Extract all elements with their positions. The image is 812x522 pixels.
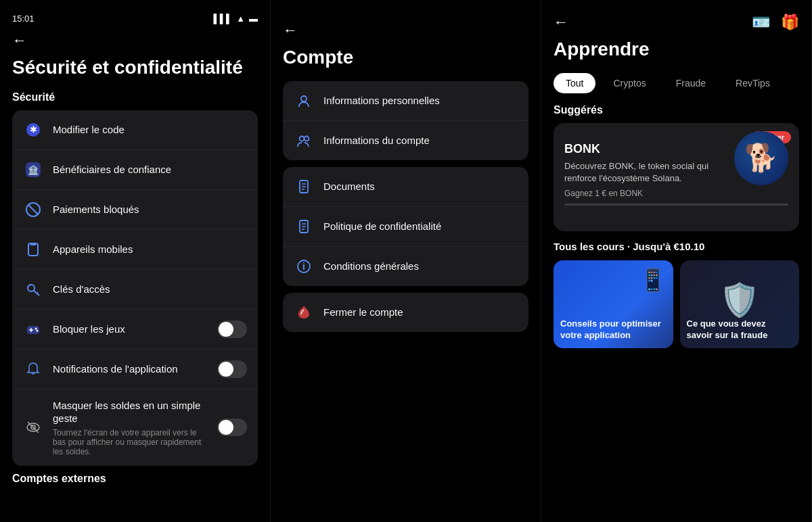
- svg-line-5: [28, 205, 38, 214]
- course1-label: Conseils pour optimiser votre applicatio…: [560, 318, 667, 341]
- notifs-label: Notifications de l'application: [53, 362, 208, 376]
- page-title-1: Sécurité et confidentialité: [12, 56, 258, 79]
- info-perso-icon: [294, 91, 314, 111]
- jeux-icon: [23, 319, 43, 339]
- fermer-icon: [294, 302, 314, 323]
- courses-row: 📱 Conseils pour optimiser votre applicat…: [554, 260, 799, 348]
- wifi-icon: ▲: [236, 14, 245, 24]
- svg-rect-7: [30, 243, 36, 245]
- security-item-notifs[interactable]: Notifications de l'application: [12, 350, 258, 389]
- security-item-modify-code[interactable]: ✱ Modifier le code: [12, 110, 258, 150]
- masquer-label: Masquer les soldes en un simple geste: [53, 399, 208, 425]
- compte-group3: Fermer le compte: [283, 293, 528, 332]
- compte-group2: Documents Politique de confidentialité i: [283, 167, 528, 286]
- compte-documents[interactable]: Documents: [283, 167, 528, 207]
- security-item-jeux[interactable]: Bloquer les jeux: [12, 310, 258, 350]
- info-perso-label: Informations personnelles: [323, 94, 518, 108]
- apprendre-panel: ← 🪪 🎁 Apprendre Tout Cryptos Fraude RevT…: [541, 0, 812, 522]
- info-compte-label: Informations du compte: [323, 134, 518, 147]
- filter-cryptos[interactable]: Cryptos: [601, 73, 658, 93]
- apprendre-header-icons: 🪪 🎁: [752, 14, 799, 31]
- filter-row: Tout Cryptos Fraude RevTips: [554, 73, 799, 93]
- beneficiaires-label: Bénéficiaires de confiance: [53, 163, 247, 176]
- security-item-appareils[interactable]: Appareils mobiles: [12, 230, 258, 270]
- svg-point-14: [35, 327, 37, 329]
- courses-heading: Tous les cours · Jusqu'à €10.10: [554, 241, 799, 252]
- appareils-icon: [23, 239, 43, 260]
- security-item-beneficiaires[interactable]: 🏦 Bénéficiaires de confiance: [12, 150, 258, 190]
- security-panel: 15:01 ▌▌▌ ▲ ▬ ← Sécurité et confidential…: [0, 0, 271, 522]
- info-compte-icon: [294, 130, 314, 151]
- cles-icon: [23, 279, 43, 300]
- back-button-1[interactable]: ←: [12, 32, 258, 49]
- compte-info-compte[interactable]: Informations du compte: [283, 121, 528, 160]
- section-security-heading: Sécurité: [12, 91, 258, 103]
- security-item-masquer[interactable]: Masquer les soldes en un simple geste To…: [12, 389, 258, 466]
- beneficiaires-icon: 🏦: [23, 160, 43, 180]
- compte-group1: Informations personnelles Informations d…: [283, 81, 528, 160]
- signal-icon: ▌▌▌: [213, 14, 232, 24]
- svg-text:i: i: [302, 261, 305, 272]
- politique-icon: [294, 216, 314, 237]
- suggest-progress: [564, 204, 788, 206]
- paiements-label: Paiements bloqués: [53, 203, 247, 216]
- filter-revtips[interactable]: RevTips: [723, 73, 782, 93]
- conditions-label: Conditions générales: [323, 260, 518, 273]
- status-icons-1: ▌▌▌ ▲ ▬: [213, 14, 258, 24]
- modify-code-label: Modifier le code: [53, 123, 247, 137]
- course-card-2[interactable]: 🛡️ Ce que vous devez savoir sur la fraud…: [680, 260, 800, 348]
- documents-icon: [294, 176, 314, 197]
- conditions-icon: i: [294, 256, 314, 277]
- suggest-earn: Gagnez 1 € en BONK: [564, 189, 788, 198]
- appareils-label: Appareils mobiles: [53, 243, 247, 256]
- security-item-cles[interactable]: Clés d'accès: [12, 270, 258, 310]
- documents-label: Documents: [323, 180, 518, 193]
- politique-label: Politique de confidentialité: [323, 220, 518, 233]
- suggested-heading: Suggérés: [554, 104, 799, 116]
- status-time-1: 15:01: [12, 14, 35, 24]
- compte-politique[interactable]: Politique de confidentialité: [283, 207, 528, 247]
- svg-point-21: [304, 136, 309, 141]
- jeux-label: Bloquer les jeux: [53, 323, 208, 336]
- svg-point-15: [37, 329, 39, 331]
- section-external-heading: Comptes externes: [12, 473, 258, 485]
- svg-text:🏦: 🏦: [28, 164, 39, 176]
- filter-fraude[interactable]: Fraude: [664, 73, 718, 93]
- battery-icon: ▬: [249, 14, 258, 24]
- page-title-3: Apprendre: [554, 38, 799, 61]
- masquer-sublabel: Tournez l'écran de votre appareil vers l…: [53, 428, 208, 456]
- bonk-avatar: 🐕: [734, 131, 788, 185]
- svg-point-8: [28, 285, 35, 291]
- course1-icon: 📱: [639, 267, 667, 293]
- course2-label: Ce que vous devez savoir sur la fraude: [687, 318, 793, 341]
- compte-info-perso[interactable]: Informations personnelles: [283, 81, 528, 121]
- suggest-desc: Découvrez BONK, le token social qui renf…: [564, 160, 710, 185]
- status-bar-1: 15:01 ▌▌▌ ▲ ▬: [12, 14, 258, 24]
- card-icon-header[interactable]: 🪪: [752, 14, 770, 31]
- compte-fermer[interactable]: Fermer le compte: [283, 293, 528, 332]
- security-item-paiements[interactable]: Paiements bloqués: [12, 190, 258, 230]
- compte-panel: ← Compte Informations personnelles: [271, 0, 541, 522]
- back-button-3[interactable]: ←: [554, 14, 568, 31]
- notifs-toggle[interactable]: [217, 360, 247, 378]
- notifs-icon: [23, 359, 43, 379]
- jeux-toggle[interactable]: [217, 321, 247, 338]
- apprendre-top-bar: ← 🪪 🎁: [554, 14, 799, 31]
- course2-icon: 🛡️: [719, 281, 760, 319]
- page-title-2: Compte: [283, 46, 528, 69]
- svg-point-19: [301, 96, 307, 101]
- gift-icon-header[interactable]: 🎁: [781, 14, 799, 31]
- masquer-icon: [23, 417, 43, 437]
- paiements-icon: [23, 199, 43, 220]
- fermer-label: Fermer le compte: [323, 306, 518, 319]
- masquer-toggle[interactable]: [217, 419, 247, 436]
- back-button-2[interactable]: ←: [283, 22, 528, 39]
- modify-code-icon: ✱: [23, 120, 43, 140]
- cles-label: Clés d'accès: [53, 283, 247, 296]
- suggest-card-bonk[interactable]: Ajouter 🐕 BONK Découvrez BONK, le token …: [554, 123, 799, 231]
- compte-conditions[interactable]: i Conditions générales: [283, 247, 528, 286]
- course-card-1[interactable]: 📱 Conseils pour optimiser votre applicat…: [554, 260, 673, 348]
- filter-tout[interactable]: Tout: [554, 73, 595, 93]
- security-card-group: ✱ Modifier le code 🏦 Bénéficiaires de co…: [12, 110, 258, 466]
- svg-text:✱: ✱: [30, 124, 37, 135]
